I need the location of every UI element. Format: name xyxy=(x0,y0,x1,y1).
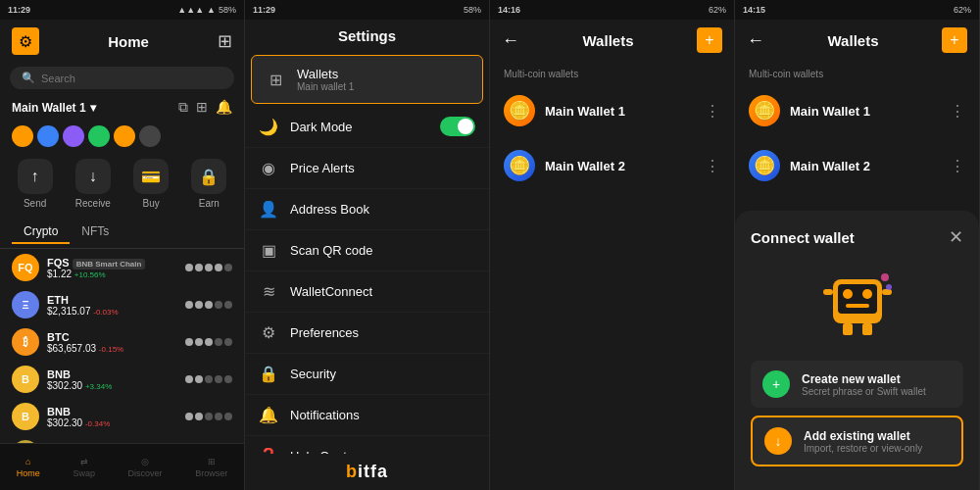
list-item[interactable]: Ξ ETH $2,315.07 -0.03% xyxy=(0,286,244,323)
tab-nfts[interactable]: NFTs xyxy=(70,220,121,244)
create-text: Create new wallet Secret phrase or Swift… xyxy=(802,372,926,397)
buy-button[interactable]: 💳 Buy xyxy=(133,159,169,209)
wallet-selector[interactable]: Main Wallet 1 ▾ ⧉ ⊞ 🔔 xyxy=(0,93,244,122)
settings-top-bar: Settings xyxy=(245,20,489,53)
earn-button[interactable]: 🔒 Earn xyxy=(191,159,226,209)
wallets-text: Wallets Main wallet 1 xyxy=(297,67,468,92)
settings-item-security[interactable]: 🔒 Security xyxy=(245,354,489,395)
tab-crypto[interactable]: Crypto xyxy=(12,220,70,244)
list-item[interactable]: B BNB $302.30 -0.34% xyxy=(0,398,244,435)
connect-section-label: Multi-coin wallets xyxy=(735,61,979,83)
search-bar[interactable]: 🔍 Search xyxy=(10,67,234,89)
qr-button[interactable]: ⊞ xyxy=(218,30,232,52)
fqs-icon: FQ xyxy=(12,254,39,281)
bell-icon[interactable]: 🔔 xyxy=(216,99,232,116)
moon-icon: 🌙 xyxy=(259,118,278,136)
list-item[interactable]: ₿ BTC $63,657.03 -0.15% xyxy=(0,323,244,361)
add-existing-wallet-option[interactable]: ↓ Add existing wallet Import, restore or… xyxy=(751,416,963,466)
receive-button[interactable]: ↓ Receive xyxy=(75,159,111,209)
darkmode-toggle[interactable] xyxy=(440,117,475,136)
list-item[interactable]: B BNB $302.30 +3.34% xyxy=(0,361,244,398)
fqs-name: FQS BNB Smart Chain xyxy=(47,257,177,269)
settings-item-addressbook[interactable]: 👤 Address Book xyxy=(245,189,489,230)
wallets-section-label: Multi-coin wallets xyxy=(490,61,734,83)
panel-wallets: 14:16 62% ← Wallets + Multi-coin wallets… xyxy=(490,0,735,490)
home-top-bar: ⚙ Home ⊞ xyxy=(0,20,244,63)
cw2-more-icon[interactable]: ⋮ xyxy=(950,157,965,175)
bnb2-icon: B xyxy=(12,403,39,430)
add-wallet-button[interactable]: + xyxy=(697,27,722,53)
dot-3 xyxy=(63,125,84,147)
browser-icon: ⊞ xyxy=(208,457,216,466)
add-wallet-button-4[interactable]: + xyxy=(942,27,967,53)
create-wallet-option[interactable]: + Create new wallet Secret phrase or Swi… xyxy=(751,361,963,408)
settings-item-pricealerts[interactable]: ◉ Price Alerts xyxy=(245,148,489,189)
create-sub: Secret phrase or Swift wallet xyxy=(802,386,926,397)
bnb2-info: BNB $302.30 -0.34% xyxy=(47,406,177,428)
nav-swap[interactable]: ⇄ Swap xyxy=(73,457,95,478)
modal-close-button[interactable]: ✕ xyxy=(949,226,963,248)
back-button-4[interactable]: ← xyxy=(747,30,764,51)
settings-item-scanqr[interactable]: ▣ Scan QR code xyxy=(245,230,489,271)
earn-icon: 🔒 xyxy=(191,159,226,194)
copy-icon[interactable]: ⧉ xyxy=(178,99,188,116)
nav-discover[interactable]: ◎ Discover xyxy=(128,457,163,478)
bnb-price: $302.30 +3.34% xyxy=(47,380,177,391)
grid-icon[interactable]: ⊞ xyxy=(196,99,208,116)
dot-5 xyxy=(114,125,135,147)
wallet-item-1[interactable]: 🪙 Main Wallet 1 ⋮ xyxy=(490,83,734,138)
home-title: Home xyxy=(108,33,149,50)
add-label: Add existing wallet xyxy=(804,429,922,443)
wallet1-more-icon[interactable]: ⋮ xyxy=(705,102,720,121)
preferences-text: Preferences xyxy=(290,325,475,340)
settings-item-walletconnect[interactable]: ≋ WalletConnect xyxy=(245,271,489,313)
wallet2-more-icon[interactable]: ⋮ xyxy=(705,157,720,175)
chevron-down-icon: ▾ xyxy=(90,101,96,115)
walletconnect-text: WalletConnect xyxy=(290,284,475,299)
scanqr-label: Scan QR code xyxy=(290,243,475,258)
settings-title: Settings xyxy=(338,27,396,44)
price-icon: ◉ xyxy=(259,159,278,177)
list-item[interactable]: FQ FQS BNB Smart Chain $1.22 +10.56% xyxy=(0,249,244,286)
wallets-title-4: Wallets xyxy=(828,32,879,49)
dot-6 xyxy=(139,125,161,147)
nav-browser-label: Browser xyxy=(195,468,227,478)
btc-info: BTC $63,657.03 -0.15% xyxy=(47,331,177,354)
settings-item-notifications[interactable]: 🔔 Notifications xyxy=(245,395,489,436)
settings-item-darkmode[interactable]: 🌙 Dark Mode xyxy=(245,106,489,148)
swap-icon: ⇄ xyxy=(80,457,88,466)
buy-label: Buy xyxy=(143,198,160,209)
settings-item-helpcenter[interactable]: ❓ Help Center xyxy=(245,436,489,454)
nav-browser[interactable]: ⊞ Browser xyxy=(195,457,227,478)
back-button-3[interactable]: ← xyxy=(502,30,519,51)
battery-2-icon: 58% xyxy=(464,5,481,15)
settings-list: ⊞ Wallets Main wallet 1 🌙 Dark Mode ◉ Pr… xyxy=(245,53,489,454)
crypto-dots-row xyxy=(0,122,244,151)
send-button[interactable]: ↑ Send xyxy=(18,159,53,209)
receive-label: Receive xyxy=(75,198,111,209)
search-placeholder: Search xyxy=(41,73,75,84)
nav-home[interactable]: ⌂ Home xyxy=(17,457,40,478)
preferences-label: Preferences xyxy=(290,325,475,340)
btc-icon: ₿ xyxy=(12,328,39,356)
notifications-text: Notifications xyxy=(290,408,475,422)
pricealerts-label: Price Alerts xyxy=(290,161,475,175)
wallet-item-2[interactable]: 🪙 Main Wallet 2 ⋮ xyxy=(490,138,734,193)
connect-wallet-item-2[interactable]: 🪙 Main Wallet 2 ⋮ xyxy=(735,138,979,193)
connect-wallet-item-1[interactable]: 🪙 Main Wallet 1 ⋮ xyxy=(735,83,979,138)
cw1-more-icon[interactable]: ⋮ xyxy=(950,102,965,121)
signal-icon: ▲▲▲ xyxy=(177,5,204,15)
status-bar-1: 11:29 ▲▲▲ ▲ 58% xyxy=(0,0,244,20)
robot-illustration xyxy=(818,260,897,338)
action-buttons: ↑ Send ↓ Receive 💳 Buy 🔒 Earn xyxy=(0,151,244,217)
settings-item-preferences[interactable]: ⚙ Preferences xyxy=(245,313,489,354)
addressbook-icon: 👤 xyxy=(259,200,278,219)
wallet-name: Main Wallet 1 ▾ xyxy=(12,101,96,115)
crypto-list: FQ FQS BNB Smart Chain $1.22 +10.56% Ξ E… xyxy=(0,249,244,443)
list-item[interactable]: D DOGE xyxy=(0,435,244,443)
settings-item-wallets[interactable]: ⊞ Wallets Main wallet 1 xyxy=(251,55,483,104)
security-label: Security xyxy=(290,367,475,381)
fqs-info: FQS BNB Smart Chain $1.22 +10.56% xyxy=(47,257,177,279)
gear-button[interactable]: ⚙ xyxy=(12,27,39,55)
dot-4 xyxy=(88,125,110,147)
